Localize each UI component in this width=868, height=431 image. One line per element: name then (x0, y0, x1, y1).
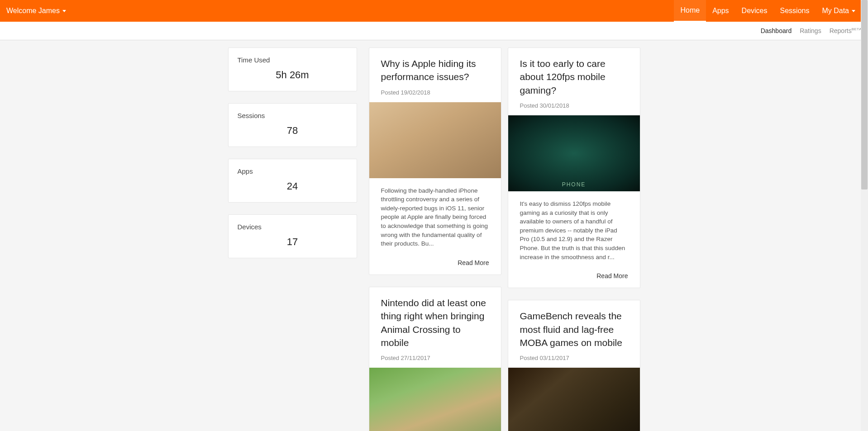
article-card: Nintendo did at least one thing right wh… (369, 287, 501, 431)
stat-apps: Apps 24 (228, 159, 357, 203)
article-header: GameBench reveals the most fluid and lag… (508, 300, 640, 368)
subnav-ratings[interactable]: Ratings (800, 27, 821, 34)
nav-mydata-label: My Data (822, 7, 849, 15)
article-image: Enemy Hero Killed (508, 368, 640, 431)
article-header: Is it too early to care about 120fps mob… (508, 48, 640, 115)
scrollbar-thumb[interactable] (861, 0, 868, 189)
article-date: Posted 30/01/2018 (520, 102, 628, 109)
article-header: Nintendo did at least one thing right wh… (369, 287, 501, 368)
nav-devices-label: Devices (742, 7, 768, 15)
article-excerpt: Following the badly-handled iPhone throt… (369, 178, 501, 253)
stat-label: Time Used (238, 56, 348, 64)
subnav-reports-label: Reports (830, 27, 852, 34)
beta-badge: BETA (852, 27, 862, 31)
nav-devices[interactable]: Devices (735, 0, 774, 22)
stat-value: 24 (238, 180, 348, 192)
nav-sessions-label: Sessions (780, 7, 810, 15)
article-title: Why is Apple hiding its performance issu… (381, 57, 489, 84)
top-navbar: Welcome James Home Apps Devices Sessions… (0, 0, 868, 22)
stat-label: Sessions (238, 112, 348, 119)
article-stack-right: Is it too early to care about 120fps mob… (508, 47, 640, 431)
read-more-link[interactable]: Read More (369, 253, 501, 275)
article-title: GameBench reveals the most fluid and lag… (520, 309, 628, 349)
stat-value: 5h 26m (238, 69, 348, 81)
stat-time-used: Time Used 5h 26m (228, 47, 357, 91)
article-image (369, 368, 501, 431)
stat-devices: Devices 17 (228, 214, 357, 258)
article-image: PHONE (508, 115, 640, 191)
article-image (369, 102, 501, 178)
article-excerpt: It's easy to dismiss 120fps mobile gamin… (508, 191, 640, 266)
article-title: Is it too early to care about 120fps mob… (520, 57, 628, 97)
articles-column: Why is Apple hiding its performance issu… (369, 47, 640, 431)
content-area: Time Used 5h 26m Sessions 78 Apps 24 Dev… (0, 40, 868, 431)
article-date: Posted 03/11/2017 (520, 355, 628, 361)
article-title: Nintendo did at least one thing right wh… (381, 296, 489, 350)
stat-label: Devices (238, 223, 348, 231)
nav-sessions[interactable]: Sessions (774, 0, 816, 22)
nav-home[interactable]: Home (674, 0, 706, 22)
nav-mydata[interactable]: My Data (816, 0, 862, 22)
article-date: Posted 19/02/2018 (381, 89, 489, 96)
scrollbar[interactable] (861, 0, 868, 431)
image-overlay-text: PHONE (508, 181, 640, 188)
article-card: Is it too early to care about 120fps mob… (508, 47, 640, 288)
article-header: Why is Apple hiding its performance issu… (369, 48, 501, 102)
chevron-down-icon (62, 10, 66, 12)
subnav-dashboard[interactable]: Dashboard (761, 27, 792, 34)
nav-apps-label: Apps (712, 7, 729, 15)
nav-apps[interactable]: Apps (706, 0, 735, 22)
article-stack-left: Why is Apple hiding its performance issu… (369, 47, 501, 431)
article-card: GameBench reveals the most fluid and lag… (508, 300, 640, 431)
nav-links: Home Apps Devices Sessions My Data (674, 0, 862, 22)
read-more-link[interactable]: Read More (508, 266, 640, 288)
subnav-reports[interactable]: ReportsBETA (830, 27, 862, 34)
article-card: Why is Apple hiding its performance issu… (369, 47, 501, 275)
article-date: Posted 27/11/2017 (381, 355, 489, 361)
sub-navbar: Dashboard Ratings ReportsBETA (0, 22, 868, 40)
stat-sessions: Sessions 78 (228, 103, 357, 147)
stats-column: Time Used 5h 26m Sessions 78 Apps 24 Dev… (228, 47, 357, 431)
welcome-dropdown[interactable]: Welcome James (6, 7, 66, 15)
chevron-down-icon (852, 10, 855, 12)
stat-value: 17 (238, 236, 348, 248)
stat-label: Apps (238, 167, 348, 175)
stat-value: 78 (238, 125, 348, 137)
nav-home-label: Home (680, 6, 700, 14)
welcome-text: Welcome James (6, 7, 60, 15)
